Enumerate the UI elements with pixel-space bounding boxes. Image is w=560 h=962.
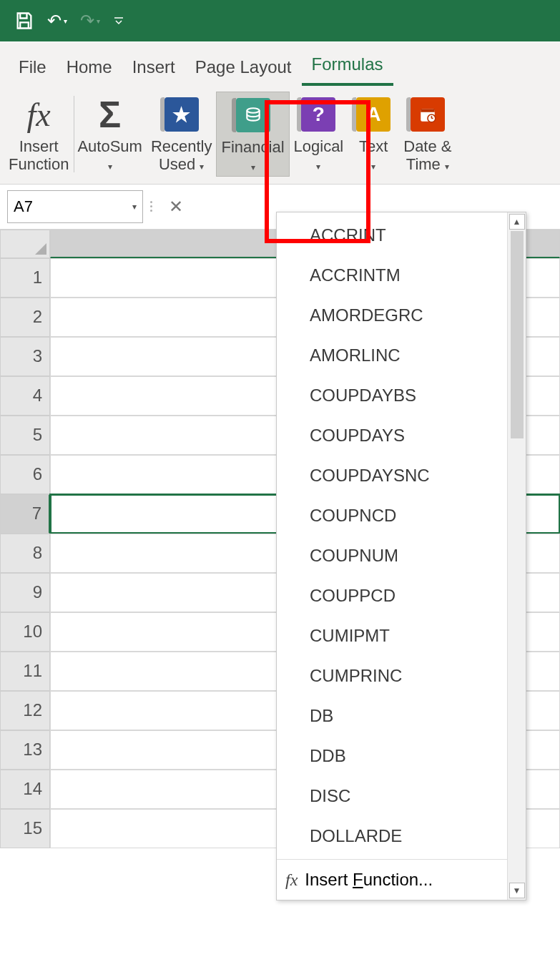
- chevron-down-icon: ▾: [108, 162, 112, 172]
- save-icon: [14, 11, 34, 31]
- row-header[interactable]: 3: [0, 337, 50, 376]
- financial-menu-item[interactable]: DISC: [277, 776, 507, 816]
- svg-point-1: [247, 108, 259, 113]
- recently-used-icon: ★: [164, 97, 199, 132]
- customize-icon: [113, 15, 124, 26]
- tab-file[interactable]: File: [9, 54, 57, 86]
- financial-menu-item[interactable]: ACCRINT: [277, 215, 507, 255]
- redo-icon: ↷: [80, 11, 94, 31]
- datetime-icon: [411, 97, 445, 132]
- financial-menu-item[interactable]: COUPDAYSNC: [277, 456, 507, 496]
- tab-insert[interactable]: Insert: [122, 54, 185, 86]
- row-header[interactable]: 9: [0, 573, 50, 612]
- financial-menu-list: ACCRINTACCRINTMAMORDEGRCAMORLINCCOUPDAYB…: [277, 212, 507, 848]
- financial-label: Financial: [221, 138, 284, 156]
- dropdown-scrollbar[interactable]: ▲ ▼: [507, 212, 526, 848]
- insert-function-label: Insert Function: [9, 137, 69, 174]
- logical-label: Logical: [294, 137, 344, 155]
- tab-page-layout[interactable]: Page Layout: [185, 54, 302, 86]
- row-header[interactable]: 7: [0, 494, 50, 534]
- chevron-down-icon: ▾: [200, 162, 204, 172]
- customize-qat-button[interactable]: [113, 15, 124, 26]
- row-header[interactable]: 6: [0, 455, 50, 494]
- financial-menu-item[interactable]: CUMPRINC: [277, 656, 507, 696]
- recently-used-button[interactable]: ★ Recently Used ▾: [147, 92, 217, 177]
- name-box-value: A7: [14, 197, 33, 216]
- datetime-button[interactable]: Date & Time ▾: [399, 92, 456, 177]
- svg-rect-3: [421, 109, 435, 112]
- financial-menu-item[interactable]: DDB: [277, 736, 507, 776]
- text-button[interactable]: A Text▾: [348, 92, 399, 177]
- row-header[interactable]: 5: [0, 416, 50, 455]
- text-label: Text: [359, 137, 388, 155]
- row-header[interactable]: 14: [0, 770, 50, 809]
- ribbon-formulas: fx Insert Function Σ AutoSum▾ ★ Recently…: [0, 86, 560, 185]
- save-button[interactable]: [14, 11, 34, 31]
- row-header[interactable]: 10: [0, 612, 50, 652]
- autosum-button[interactable]: Σ AutoSum▾: [73, 92, 147, 177]
- row-header[interactable]: 13: [0, 730, 50, 770]
- row-header[interactable]: 8: [0, 534, 50, 573]
- financial-menu-item[interactable]: COUPDAYS: [277, 416, 507, 456]
- scroll-thumb[interactable]: [511, 231, 524, 438]
- undo-button[interactable]: ↶▾: [47, 11, 67, 31]
- financial-menu-item[interactable]: ACCRINTM: [277, 255, 507, 295]
- chevron-down-icon: ▾: [371, 162, 375, 172]
- financial-menu-item[interactable]: COUPPCD: [277, 576, 507, 616]
- financial-icon: [236, 98, 270, 132]
- scroll-up-button[interactable]: ▲: [509, 214, 525, 230]
- sigma-icon: Σ: [99, 93, 121, 136]
- chevron-down-icon[interactable]: ▾: [132, 202, 137, 212]
- row-header[interactable]: 1: [0, 258, 50, 298]
- logical-button[interactable]: ? Logical▾: [290, 92, 348, 177]
- financial-dropdown: ACCRINTACCRINTMAMORDEGRCAMORLINCCOUPDAYB…: [276, 212, 526, 848]
- chevron-down-icon: ▾: [97, 17, 100, 25]
- row-header[interactable]: 2: [0, 298, 50, 337]
- autosum-label: AutoSum: [77, 137, 142, 155]
- row-header[interactable]: 15: [0, 809, 50, 848]
- financial-menu-item[interactable]: AMORLINC: [277, 335, 507, 376]
- logical-icon: ?: [301, 97, 335, 132]
- row-header[interactable]: 12: [0, 691, 50, 730]
- financial-menu-item[interactable]: CUMIPMT: [277, 616, 507, 656]
- chevron-down-icon: ▾: [251, 162, 255, 172]
- text-icon: A: [356, 97, 390, 132]
- chevron-down-icon: ▾: [445, 162, 449, 172]
- chevron-down-icon: ▾: [64, 17, 67, 25]
- financial-button[interactable]: Financial▾: [216, 92, 289, 177]
- insert-function-button[interactable]: fx Insert Function: [4, 92, 73, 177]
- tab-formulas[interactable]: Formulas: [302, 51, 393, 86]
- financial-menu-item[interactable]: COUPNCD: [277, 496, 507, 536]
- financial-menu-item[interactable]: DB: [277, 696, 507, 736]
- financial-menu-item[interactable]: AMORDEGRC: [277, 295, 507, 335]
- select-all-button[interactable]: [0, 230, 50, 258]
- fx-icon: fx: [27, 96, 51, 134]
- separator: [150, 201, 154, 212]
- cancel-formula-button[interactable]: ✕: [162, 197, 190, 217]
- row-header[interactable]: 4: [0, 376, 50, 416]
- name-box[interactable]: A7 ▾: [7, 190, 143, 223]
- chevron-down-icon: ▾: [316, 162, 320, 172]
- undo-icon: ↶: [47, 11, 62, 31]
- tab-home[interactable]: Home: [57, 54, 122, 86]
- redo-button: ↷▾: [80, 11, 100, 31]
- financial-menu-item[interactable]: DOLLARDE: [277, 816, 507, 848]
- row-header[interactable]: 11: [0, 652, 50, 691]
- financial-menu-item[interactable]: COUPDAYBS: [277, 376, 507, 416]
- quick-access-toolbar: ↶▾ ↷▾: [0, 0, 560, 41]
- financial-menu-item[interactable]: COUPNUM: [277, 536, 507, 576]
- close-icon: ✕: [169, 197, 183, 216]
- ribbon-tabstrip: File Home Insert Page Layout Formulas: [0, 41, 560, 86]
